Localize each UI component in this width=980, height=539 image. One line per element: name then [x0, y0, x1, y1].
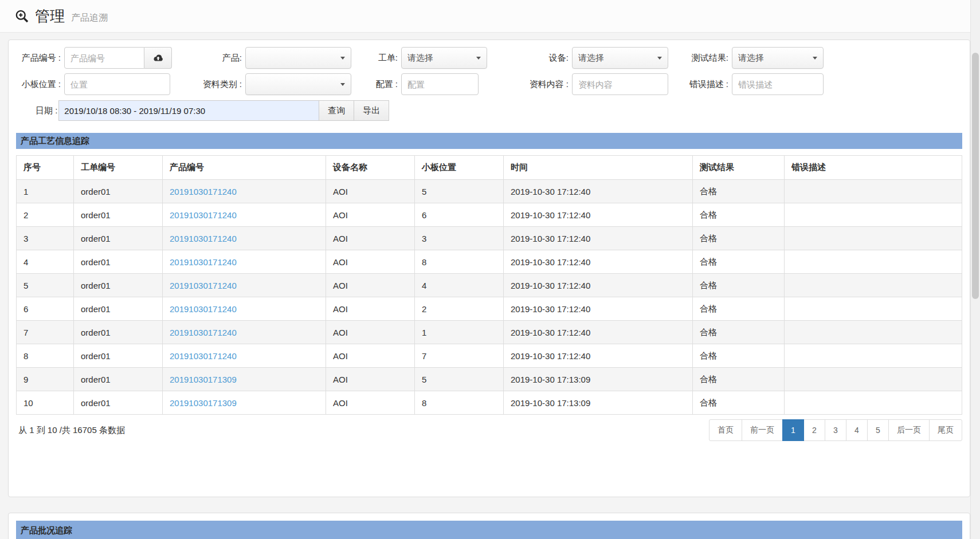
pagination-button-page-3[interactable]: 3 [825, 419, 846, 441]
table-row: 9order0120191030171309AOI52019-10-30 17:… [17, 368, 962, 391]
cell-product: 20191030171309 [163, 368, 326, 391]
cell-device: AOI [326, 368, 415, 391]
cell-result: 合格 [693, 344, 785, 368]
record-summary: 从 1 到 10 /共 16705 条数据 [16, 425, 125, 436]
export-button[interactable]: 导出 [354, 100, 389, 121]
product-link[interactable]: 20191030171240 [170, 351, 237, 361]
table-header-row: 序号 工单编号 产品编号 设备名称 小板位置 时间 测试结果 错误描述 [17, 156, 962, 180]
pagination-button-page-5[interactable]: 5 [867, 419, 889, 441]
cell-time: 2019-10-30 17:12:40 [504, 321, 693, 344]
cell-position: 2 [415, 297, 504, 321]
cell-error [785, 368, 962, 391]
cell-time: 2019-10-30 17:12:40 [504, 180, 693, 203]
cell-device: AOI [326, 321, 415, 344]
filter-data-content: 资料内容 : [520, 73, 684, 95]
board-position-input[interactable] [64, 73, 170, 95]
filter-board-position: 小板位置 : [16, 73, 193, 95]
cell-result: 合格 [693, 368, 785, 391]
date-label: 日期 : [36, 105, 58, 116]
work-order-select[interactable]: 请选择 [401, 47, 487, 69]
test-result-select[interactable]: 请选择 [732, 47, 824, 69]
cell-result: 合格 [693, 180, 785, 203]
filter-data-category: 资料类别 : [193, 73, 364, 95]
column-header-error: 错误描述 [785, 156, 962, 180]
page-subtitle: 产品追溯 [71, 9, 108, 24]
cell-order: order01 [74, 274, 163, 297]
work-order-label: 工单: [364, 53, 401, 64]
pagination-button-page-2[interactable]: 2 [803, 419, 825, 441]
error-desc-input[interactable] [732, 73, 824, 95]
cell-seq: 8 [17, 344, 74, 368]
product-link[interactable]: 20191030171240 [170, 281, 237, 290]
cell-order: order01 [74, 321, 163, 344]
filter-work-order: 工单: 请选择 [364, 47, 520, 69]
cell-position: 5 [415, 180, 504, 203]
pagination-button-next[interactable]: 后一页 [888, 419, 930, 441]
cell-time: 2019-10-30 17:12:40 [504, 297, 693, 321]
upload-button[interactable] [144, 47, 172, 69]
pagination-button-prev[interactable]: 前一页 [742, 419, 783, 441]
cell-product: 20191030171240 [163, 274, 326, 297]
trace-panel: 产品编号 : 产品: [8, 40, 970, 497]
chevron-down-icon [657, 57, 662, 60]
error-desc-label: 错误描述 : [684, 79, 732, 90]
table-footer: 从 1 到 10 /共 16705 条数据 首页前一页12345后一页尾页 [16, 419, 962, 441]
product-link[interactable]: 20191030171309 [170, 398, 237, 408]
cell-position: 6 [415, 203, 504, 227]
table-row: 10order0120191030171309AOI82019-10-30 17… [17, 391, 962, 415]
pagination-button-last[interactable]: 尾页 [929, 419, 962, 441]
filter-product: 产品: [193, 47, 364, 69]
product-link[interactable]: 20191030171240 [170, 234, 237, 243]
cell-device: AOI [326, 274, 415, 297]
filter-device: 设备: 请选择 [520, 47, 684, 69]
cell-order: order01 [74, 344, 163, 368]
product-link[interactable]: 20191030171240 [170, 304, 237, 314]
cell-device: AOI [326, 180, 415, 203]
config-input[interactable] [401, 73, 479, 95]
process-section-banner: 产品工艺信息追踪 [16, 133, 962, 149]
table-row: 5order0120191030171240AOI42019-10-30 17:… [17, 274, 962, 297]
scrollbar-thumb[interactable] [972, 53, 979, 299]
cell-error [785, 344, 962, 368]
process-table: 序号 工单编号 产品编号 设备名称 小板位置 时间 测试结果 错误描述 1ord… [16, 155, 962, 415]
data-category-select[interactable] [245, 73, 351, 95]
cell-position: 7 [415, 344, 504, 368]
product-link[interactable]: 20191030171309 [170, 375, 237, 384]
product-code-input[interactable] [64, 47, 144, 69]
pagination-button-page-1[interactable]: 1 [782, 419, 804, 441]
scrollbar-track[interactable] [970, 0, 980, 539]
cell-product: 20191030171240 [163, 321, 326, 344]
cell-position: 3 [415, 227, 504, 250]
date-range-input[interactable] [58, 100, 319, 121]
table-row: 3order0120191030171240AOI32019-10-30 17:… [17, 227, 962, 250]
data-content-input[interactable] [572, 73, 668, 95]
filter-config: 配置 : [364, 73, 520, 95]
pagination-button-first[interactable]: 首页 [709, 419, 742, 441]
column-header-device: 设备名称 [326, 156, 415, 180]
page-title: 管理 [35, 6, 65, 26]
device-select[interactable]: 请选择 [572, 47, 668, 69]
query-button[interactable]: 查询 [319, 100, 354, 121]
cell-error [785, 227, 962, 250]
cell-seq: 7 [17, 321, 74, 344]
product-select[interactable] [245, 47, 351, 69]
product-link[interactable]: 20191030171240 [170, 210, 237, 220]
cell-position: 8 [415, 250, 504, 274]
batch-section-banner: 产品批况追踪 [16, 521, 962, 539]
product-link[interactable]: 20191030171240 [170, 257, 237, 267]
data-category-label: 资料类别 : [193, 79, 245, 90]
product-link[interactable]: 20191030171240 [170, 187, 237, 196]
cell-seq: 3 [17, 227, 74, 250]
cell-order: order01 [74, 203, 163, 227]
cell-order: order01 [74, 227, 163, 250]
pagination-button-page-4[interactable]: 4 [846, 419, 868, 441]
cell-seq: 6 [17, 297, 74, 321]
cell-position: 8 [415, 391, 504, 415]
cell-result: 合格 [693, 274, 785, 297]
column-header-product: 产品编号 [163, 156, 326, 180]
config-label: 配置 : [364, 79, 401, 90]
pagination: 首页前一页12345后一页尾页 [709, 419, 962, 441]
cell-product: 20191030171309 [163, 391, 326, 415]
cell-product: 20191030171240 [163, 297, 326, 321]
product-link[interactable]: 20191030171240 [170, 328, 237, 337]
